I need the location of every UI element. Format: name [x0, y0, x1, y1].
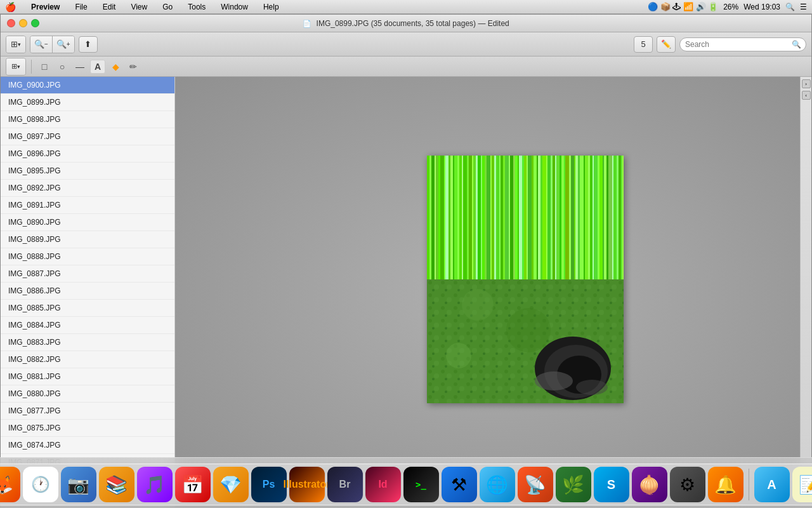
traffic-lights [7, 19, 39, 27]
dock-books[interactable]: 📚 [99, 467, 134, 502]
sidebar-item-19[interactable]: IMG_0877.JPG [1, 403, 174, 420]
menu-file[interactable]: File [72, 3, 89, 11]
svg-rect-61 [569, 156, 571, 279]
sidebar-item-20[interactable]: IMG_0875.JPG [1, 420, 174, 437]
dock-skype[interactable]: S [594, 467, 629, 502]
sidebar-icon: ⊞ [11, 62, 17, 70]
sidebar-item-10[interactable]: IMG_0888.JPG [1, 248, 174, 265]
dock-xcode[interactable]: ⚒ [442, 467, 477, 502]
photo-bottom [427, 279, 624, 403]
zoom-out-button[interactable]: 🔍 − [30, 36, 53, 53]
svg-rect-21 [476, 156, 478, 279]
svg-rect-12 [454, 156, 457, 279]
pen-button[interactable]: ✏️ [657, 36, 676, 53]
svg-rect-75 [603, 156, 604, 279]
sidebar-item-12[interactable]: IMG_0886.JPG [1, 283, 174, 300]
maximize-button[interactable] [31, 19, 39, 27]
select-rect-tool[interactable]: □ [37, 60, 52, 74]
sidebar-item-5[interactable]: IMG_0895.JPG [1, 163, 174, 180]
dock-safari[interactable]: 🌐 [480, 467, 515, 502]
sketch-tool[interactable]: ✏ [126, 60, 141, 74]
svg-rect-38 [515, 156, 518, 279]
svg-rect-45 [532, 156, 534, 279]
sidebar-item-17[interactable]: IMG_0881.JPG [1, 368, 174, 385]
notifications-icon[interactable]: ☰ [800, 3, 807, 11]
menu-help[interactable]: Help [261, 3, 282, 11]
sidebar-toggle-button[interactable]: ⊞ ▾ [6, 58, 25, 75]
dock-bridge[interactable]: Br [327, 467, 363, 502]
dock-terminal[interactable]: >_ [403, 467, 439, 502]
sidebar-item-8[interactable]: IMG_0890.JPG [1, 214, 174, 231]
close-button[interactable] [7, 19, 15, 27]
safari-icon: 🌐 [486, 474, 508, 495]
dock-rss[interactable]: 📡 [518, 467, 553, 502]
sidebar-item-9[interactable]: IMG_0889.JPG [1, 231, 174, 248]
view-toggle-button[interactable]: ⊞ ▾ [6, 36, 25, 53]
dock-tor[interactable]: 🧅 [632, 467, 667, 502]
sidebar-item-13[interactable]: IMG_0885.JPG [1, 300, 174, 317]
sidebar-arrow: ▾ [17, 64, 20, 70]
sidebar-item-1[interactable]: IMG_0899.JPG [1, 94, 174, 111]
svg-rect-34 [505, 156, 509, 279]
svg-rect-26 [487, 156, 490, 279]
highlight-tool[interactable]: ◆ [108, 60, 123, 74]
dock-photoshop[interactable]: Ps [251, 467, 287, 502]
sidebar-item-18[interactable]: IMG_0880.JPG [1, 385, 174, 403]
text-tool[interactable]: A [90, 60, 105, 74]
dock-itunes[interactable]: 🎵 [137, 467, 173, 502]
sidebar-item-11[interactable]: IMG_0887.JPG [1, 265, 174, 283]
svg-rect-39 [518, 156, 519, 279]
apple-menu[interactable]: 🍎 [5, 2, 16, 12]
svg-rect-4 [436, 156, 438, 279]
sidebar-item-0[interactable]: IMG_0900.JPG [1, 77, 174, 94]
dock-firefox[interactable]: 🦊 [0, 467, 20, 502]
svg-rect-16 [463, 156, 467, 279]
back-button[interactable]: 5 [634, 36, 653, 53]
dock-appstore[interactable]: A [754, 467, 790, 502]
svg-rect-13 [457, 156, 459, 279]
menu-tools[interactable]: Tools [185, 3, 208, 11]
annotation-toolbar: ⊞ ▾ □ ○ — A ◆ ✏ [1, 57, 811, 77]
dock-calendar[interactable]: 📅 [175, 467, 211, 502]
view-arrow-icon: ▾ [18, 41, 21, 48]
line-tool[interactable]: — [72, 60, 88, 74]
right-panel-toggle2[interactable]: ‹ [802, 91, 811, 100]
spotlight-icon[interactable]: 🔍 [785, 3, 795, 11]
dock-sketch[interactable]: 💎 [213, 467, 249, 502]
dock-indesign[interactable]: Id [365, 467, 401, 502]
dock-iphoto[interactable]: 📷 [61, 467, 96, 502]
dock-vlc[interactable]: 🔔 [708, 467, 743, 502]
minimize-button[interactable] [19, 19, 27, 27]
menu-window[interactable]: Window [218, 3, 251, 11]
sidebar-item-7[interactable]: IMG_0891.JPG [1, 197, 174, 214]
share-button[interactable]: ⬆ [79, 36, 98, 53]
select-ellipse-tool[interactable]: ○ [55, 60, 70, 74]
image-canvas[interactable]: › ‹ [175, 77, 811, 507]
sidebar-item-15[interactable]: IMG_0883.JPG [1, 334, 174, 351]
zoom-in-button[interactable]: 🔍 + [53, 36, 74, 53]
menu-view[interactable]: View [128, 3, 150, 11]
dock-sequoia[interactable]: 🌿 [556, 467, 591, 502]
svg-rect-6 [440, 156, 444, 279]
sidebar-item-21[interactable]: IMG_0874.JPG [1, 437, 174, 454]
sidebar-item-6[interactable]: IMG_0892.JPG [1, 180, 174, 197]
right-panel-toggle[interactable]: › [802, 79, 811, 88]
dock-illustrator[interactable]: Illustrator [289, 467, 325, 502]
sidebar-item-4[interactable]: IMG_0896.JPG [1, 145, 174, 163]
svg-rect-77 [606, 156, 608, 279]
dock-notes[interactable]: 📝 [792, 467, 813, 502]
sidebar-item-16[interactable]: IMG_0882.JPG [1, 351, 174, 368]
dock-clock[interactable]: 🕐 [23, 467, 58, 502]
svg-rect-69 [588, 156, 590, 279]
dock-tool1[interactable]: ⚙ [670, 467, 705, 502]
sidebar-item-14[interactable]: IMG_0884.JPG [1, 317, 174, 334]
menu-edit[interactable]: Edit [100, 3, 119, 11]
menu-preview[interactable]: Preview [29, 3, 62, 11]
view-icon: ⊞ [11, 39, 18, 49]
search-input[interactable] [679, 37, 806, 51]
svg-rect-43 [527, 156, 528, 279]
sidebar-item-2[interactable]: IMG_0898.JPG [1, 111, 174, 128]
svg-rect-41 [522, 156, 524, 279]
sidebar-item-3[interactable]: IMG_0897.JPG [1, 128, 174, 145]
menu-go[interactable]: Go [160, 3, 175, 11]
